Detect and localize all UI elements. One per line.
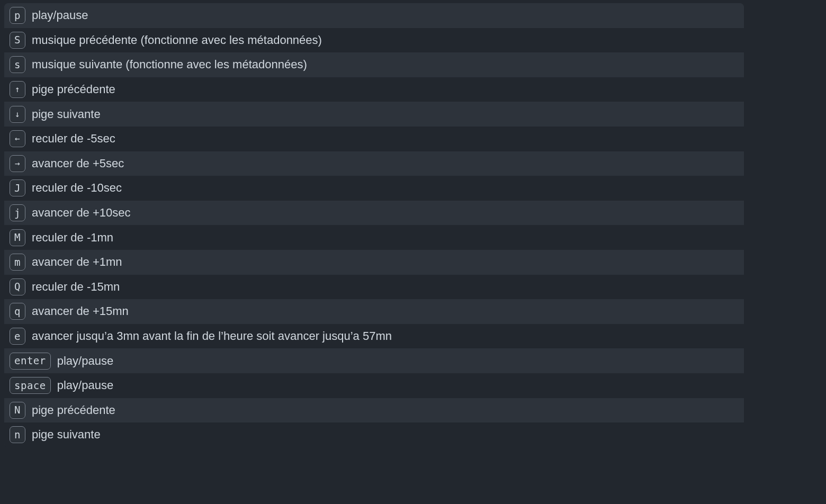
key-up: ↑: [10, 81, 25, 98]
shortcut-row: javancer de +10sec: [4, 201, 744, 226]
key-e: e: [10, 328, 25, 345]
shortcut-description: avancer de +5sec: [32, 157, 124, 170]
shortcut-description: musique suivante (fonctionne avec les mé…: [32, 58, 307, 71]
key-n: n: [10, 426, 25, 443]
shortcut-row: Smusique précédente (fonctionne avec les…: [4, 28, 744, 53]
shortcut-row: pplay/pause: [4, 3, 744, 28]
shortcut-description: play/pause: [57, 354, 113, 368]
key-down: ↓: [10, 106, 25, 123]
shortcut-description: musique précédente (fonctionne avec les …: [32, 33, 322, 47]
key-J: J: [10, 179, 25, 196]
shortcut-row: Npige précédente: [4, 398, 744, 423]
shortcut-row: Jreculer de -10sec: [4, 176, 744, 201]
key-Q: Q: [10, 278, 25, 295]
key-S: S: [10, 32, 25, 49]
shortcut-description: reculer de -15mn: [32, 280, 120, 294]
key-enter: enter: [10, 353, 51, 370]
shortcut-description: pige précédente: [32, 403, 115, 417]
key-p: p: [10, 7, 25, 24]
shortcut-row: eavancer jusqu’a 3mn avant la fin de l’h…: [4, 324, 744, 349]
key-s: s: [10, 56, 25, 73]
shortcut-description: play/pause: [57, 379, 113, 392]
key-space: space: [10, 377, 51, 394]
key-q: q: [10, 303, 25, 320]
shortcut-row: ←reculer de -5sec: [4, 127, 744, 151]
shortcut-row: enterplay/pause: [4, 348, 744, 373]
shortcut-description: pige suivante: [32, 428, 101, 442]
shortcut-description: reculer de -5sec: [32, 132, 115, 146]
shortcut-description: pige précédente: [32, 83, 115, 96]
shortcut-description: avancer de +1mn: [32, 255, 122, 269]
shortcut-row: →avancer de +5sec: [4, 151, 744, 176]
shortcut-row: smusique suivante (fonctionne avec les m…: [4, 52, 744, 77]
shortcut-description: avancer de +15mn: [32, 304, 129, 318]
shortcut-row: ↑pige précédente: [4, 77, 744, 102]
key-j: j: [10, 204, 25, 221]
shortcut-description: avancer de +10sec: [32, 206, 131, 220]
keyboard-shortcuts-panel: pplay/pauseSmusique précédente (fonction…: [4, 3, 744, 447]
shortcut-description: reculer de -1mn: [32, 231, 113, 245]
shortcut-row: qavancer de +15mn: [4, 299, 744, 324]
shortcut-description: pige suivante: [32, 107, 101, 121]
shortcut-row: ↓pige suivante: [4, 102, 744, 127]
key-right: →: [10, 155, 25, 172]
key-N: N: [10, 402, 25, 419]
shortcut-row: mavancer de +1mn: [4, 250, 744, 275]
key-left: ←: [10, 130, 25, 147]
shortcut-row: npige suivante: [4, 422, 744, 447]
shortcut-row: Qreculer de -15mn: [4, 275, 744, 300]
key-M: M: [10, 229, 25, 246]
shortcut-row: spaceplay/pause: [4, 373, 744, 398]
key-m: m: [10, 254, 25, 271]
shortcut-description: avancer jusqu’a 3mn avant la fin de l’he…: [32, 329, 392, 343]
shortcut-description: reculer de -10sec: [32, 181, 122, 195]
shortcut-description: play/pause: [32, 8, 88, 22]
shortcut-row: Mreculer de -1mn: [4, 225, 744, 250]
